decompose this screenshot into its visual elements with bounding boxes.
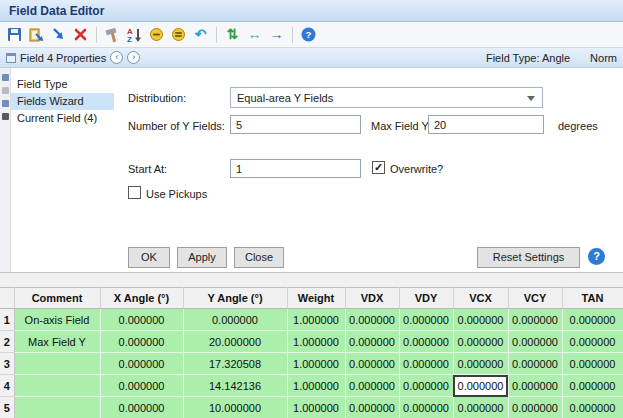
grid-cell[interactable]: Max Field Y <box>14 331 100 353</box>
forward-arrow-icon[interactable]: → <box>267 25 286 44</box>
solve-icon[interactable] <box>169 25 188 44</box>
grid-cell[interactable]: 0.000000 <box>508 331 562 353</box>
sidebar-item-field-type[interactable]: Field Type <box>11 76 114 93</box>
grid-cell[interactable]: 0.000000 <box>508 309 562 331</box>
grid-cell[interactable]: 0.000000 <box>100 353 183 375</box>
solve-remove-icon[interactable] <box>147 25 166 44</box>
grid-cell[interactable]: 0.000000 <box>183 309 287 331</box>
grid-cell[interactable]: 0.000000 <box>399 397 453 418</box>
grid-cell[interactable]: 17.320508 <box>183 353 287 375</box>
grid-cell[interactable]: 0.000000 <box>399 309 453 331</box>
grid-cell[interactable]: 1.000000 <box>287 309 345 331</box>
grid-cell[interactable]: 10.000000 <box>183 397 287 418</box>
column-header[interactable]: Weight <box>287 288 345 309</box>
apply-button[interactable]: Apply <box>177 247 227 268</box>
grid-cell[interactable]: 0.000000 <box>100 309 183 331</box>
next-field-icon[interactable]: › <box>127 51 140 64</box>
grid-cell[interactable]: 0.000000 <box>100 331 183 353</box>
grid-cell[interactable]: 0.000000 <box>508 375 562 397</box>
grid-cell[interactable]: 0.000000 <box>345 309 399 331</box>
save-icon[interactable] <box>5 25 24 44</box>
column-header[interactable]: TAN <box>562 288 623 309</box>
grid-cell[interactable]: 0.000000 <box>345 397 399 418</box>
grid-cell[interactable] <box>14 353 100 375</box>
number-of-fields-input[interactable] <box>230 115 361 134</box>
use-pickups-checkbox[interactable] <box>128 186 141 199</box>
grid-cell[interactable] <box>14 375 100 397</box>
grid-cell[interactable]: 0.000000 <box>453 397 508 418</box>
grid-cell[interactable]: 0.000000 <box>562 331 623 353</box>
grid-cell[interactable]: 0.000000 <box>453 375 508 397</box>
max-field-input[interactable] <box>428 115 544 134</box>
grid-cell[interactable]: 0.000000 <box>562 353 623 375</box>
row-number[interactable]: 4 <box>0 375 14 397</box>
delete-icon[interactable] <box>71 25 90 44</box>
undo-icon[interactable]: ↶ <box>191 25 210 44</box>
row-number[interactable]: 5 <box>0 397 14 418</box>
grid-cell[interactable]: 0.000000 <box>508 353 562 375</box>
toolbar-separator <box>216 27 217 43</box>
grid-cell[interactable]: 0.000000 <box>100 397 183 418</box>
grid-cell[interactable]: 0.000000 <box>399 375 453 397</box>
grid-cell[interactable]: 1.000000 <box>287 353 345 375</box>
column-header[interactable]: VCY <box>508 288 562 309</box>
row-number[interactable]: 2 <box>0 331 14 353</box>
ok-button[interactable]: OK <box>128 247 170 268</box>
tools-icon[interactable] <box>103 25 122 44</box>
grid-cell[interactable]: 0.000000 <box>453 331 508 353</box>
column-header[interactable]: VDY <box>399 288 453 309</box>
overwrite-checkbox[interactable] <box>372 161 385 174</box>
grid-cell[interactable]: 0.000000 <box>562 309 623 331</box>
grid-body: 1On-axis Field0.0000000.0000001.0000000.… <box>0 309 623 418</box>
grid-cell[interactable]: 20.000000 <box>183 331 287 353</box>
column-header[interactable]: X Angle (°) <box>100 288 183 309</box>
wizard-help-icon[interactable]: ? <box>588 248 605 265</box>
grid-cell[interactable]: 0.000000 <box>508 397 562 418</box>
grid-cell[interactable]: On-axis Field <box>14 309 100 331</box>
prev-field-icon[interactable]: ‹ <box>110 51 123 64</box>
start-at-input[interactable] <box>230 159 361 178</box>
grid-cell[interactable]: 1.000000 <box>287 397 345 418</box>
grid-cell[interactable]: 0.000000 <box>562 397 623 418</box>
docked-icon[interactable] <box>2 113 9 120</box>
corner-header[interactable] <box>0 288 14 309</box>
sort-icon[interactable]: AZ <box>125 25 144 44</box>
grid-cell[interactable]: 0.000000 <box>453 353 508 375</box>
update-all-icon[interactable]: ⇅ <box>223 25 242 44</box>
window-titlebar[interactable]: Field Data Editor <box>0 0 623 22</box>
column-header[interactable]: Y Angle (°) <box>183 288 287 309</box>
sidebar-item-current-field[interactable]: Current Field (4) <box>11 110 114 127</box>
docked-icon[interactable] <box>2 87 9 94</box>
grid-cell[interactable]: 0.000000 <box>100 375 183 397</box>
field-type-label: Field Type: Angle <box>486 52 570 64</box>
docked-icon[interactable] <box>2 100 9 107</box>
open-insert-icon[interactable] <box>27 25 46 44</box>
column-header[interactable]: Comment <box>14 288 100 309</box>
row-number[interactable]: 1 <box>0 309 14 331</box>
sidebar-item-fields-wizard[interactable]: Fields Wizard <box>11 93 114 110</box>
grid-cell[interactable]: 0.000000 <box>345 375 399 397</box>
grid-cell[interactable]: 0.000000 <box>345 353 399 375</box>
overwrite-label[interactable]: Overwrite? <box>390 163 443 175</box>
send-down-arrow-icon[interactable] <box>49 25 68 44</box>
grid-header-row: CommentX Angle (°)Y Angle (°)WeightVDXVD… <box>0 288 623 309</box>
grid-cell[interactable]: 0.000000 <box>399 331 453 353</box>
column-header[interactable]: VCX <box>453 288 508 309</box>
grid-cell[interactable]: 0.000000 <box>345 331 399 353</box>
reset-settings-button[interactable]: Reset Settings <box>477 247 580 268</box>
close-button[interactable]: Close <box>234 247 284 268</box>
grid-cell[interactable]: 1.000000 <box>287 331 345 353</box>
grid-cell[interactable]: 0.000000 <box>562 375 623 397</box>
swap-arrows-icon[interactable]: ↔ <box>245 25 264 44</box>
distribution-dropdown[interactable]: Equal-area Y Fields <box>230 87 543 108</box>
column-header[interactable]: VDX <box>345 288 399 309</box>
use-pickups-label[interactable]: Use Pickups <box>146 188 207 200</box>
help-icon[interactable]: ? <box>299 25 318 44</box>
docked-icon[interactable] <box>2 74 9 81</box>
grid-cell[interactable]: 0.000000 <box>453 309 508 331</box>
grid-cell[interactable]: 0.000000 <box>399 353 453 375</box>
grid-cell[interactable] <box>14 397 100 418</box>
grid-cell[interactable]: 1.000000 <box>287 375 345 397</box>
row-number[interactable]: 3 <box>0 353 14 375</box>
grid-cell[interactable]: 14.142136 <box>183 375 287 397</box>
